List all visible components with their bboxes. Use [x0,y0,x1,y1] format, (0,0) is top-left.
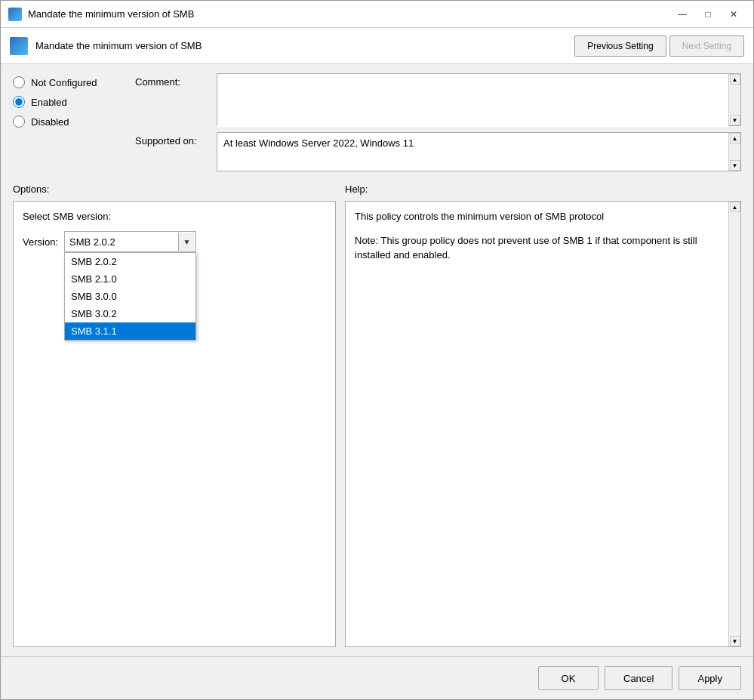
right-section: Comment: ▲ ▼ Supported on: [135,73,741,171]
version-option-smb300[interactable]: SMB 3.0.0 [65,288,195,305]
sub-header-title: Mandate the minimum version of SMB [35,40,574,51]
supported-scrollbar: ▲ ▼ [728,133,740,171]
version-option-smb202[interactable]: SMB 2.0.2 [65,253,195,270]
version-dropdown-container: SMB 2.0.2 ▼ SMB 2.0.2 SMB 2.1.0 SMB 3.0.… [64,231,196,252]
enabled-option[interactable]: Enabled [13,96,126,108]
help-paragraph-2: Note: This group policy does not prevent… [355,233,731,263]
help-scroll-up[interactable]: ▲ [730,202,740,212]
version-dropdown[interactable]: SMB 2.0.2 ▼ [64,231,196,252]
disabled-option[interactable]: Disabled [13,116,126,128]
comment-row: Comment: ▲ ▼ [135,73,741,126]
version-selected-value: SMB 2.0.2 [65,236,195,248]
supported-scroll-up[interactable]: ▲ [730,133,740,143]
close-icon: ✕ [730,9,737,20]
help-paragraph-1: This policy controls the minimum version… [355,209,731,224]
options-section-header: Options: [13,183,345,195]
nav-buttons: Previous Setting Next Setting [574,35,744,57]
supported-scroll-down[interactable]: ▼ [730,160,740,171]
cancel-button[interactable]: Cancel [605,666,672,690]
help-scroll-down[interactable]: ▼ [730,636,740,646]
supported-label: Supported on: [135,132,211,146]
bottom-bar: OK Cancel Apply [1,656,753,699]
version-dropdown-list: SMB 2.0.2 SMB 2.1.0 SMB 3.0.0 SMB 3.0.2 … [64,252,196,341]
title-bar: Mandate the minimum version of SMB — □ ✕ [1,1,753,28]
enabled-label: Enabled [31,97,67,108]
options-panel-title: Select SMB version: [23,211,326,222]
version-option-smb311[interactable]: SMB 3.1.1 [65,322,195,340]
help-section-header: Help: [345,183,741,195]
main-window: Mandate the minimum version of SMB — □ ✕… [0,0,754,700]
minimize-button[interactable]: — [670,5,694,23]
close-button[interactable]: ✕ [722,5,746,23]
sub-header-icon [10,37,28,55]
window-icon [8,8,22,21]
maximize-button[interactable]: □ [696,5,720,23]
comment-field-wrapper: ▲ ▼ [217,73,741,126]
options-panel: Select SMB version: Version: SMB 2.0.2 ▼… [13,201,336,647]
comment-container: ▲ ▼ [217,73,741,126]
section-headers: Options: Help: [13,183,741,195]
radio-group: Not Configured Enabled Disabled [13,73,126,171]
not-configured-radio[interactable] [13,76,25,88]
main-body: Not Configured Enabled Disabled Comment: [1,64,753,656]
previous-setting-button[interactable]: Previous Setting [574,35,666,57]
comment-scrollbar: ▲ ▼ [728,74,740,125]
disabled-label: Disabled [31,116,69,128]
window-controls: — □ ✕ [670,5,746,23]
sub-header: Mandate the minimum version of SMB Previ… [1,28,753,64]
panels-row: Select SMB version: Version: SMB 2.0.2 ▼… [13,201,741,647]
version-label: Version: [23,236,58,248]
comment-textarea[interactable] [217,74,728,127]
minimize-icon: — [678,9,687,20]
supported-field-wrapper: At least Windows Server 2022, Windows 11… [217,132,741,171]
supported-value: At least Windows Server 2022, Windows 11 [217,133,728,171]
enabled-radio[interactable] [13,96,25,108]
version-row: Version: SMB 2.0.2 ▼ SMB 2.0.2 SMB 2.1.0… [23,231,326,252]
window-title: Mandate the minimum version of SMB [28,8,670,20]
not-configured-option[interactable]: Not Configured [13,76,126,88]
comment-scroll-down[interactable]: ▼ [730,115,740,125]
disabled-radio[interactable] [13,116,25,128]
comment-scroll-up[interactable]: ▲ [730,74,740,85]
version-option-smb302[interactable]: SMB 3.0.2 [65,305,195,322]
top-section: Not Configured Enabled Disabled Comment: [13,73,741,171]
help-scrollbar: ▲ ▼ [728,202,740,646]
apply-button[interactable]: Apply [679,666,741,690]
help-panel: This policy controls the minimum version… [345,201,741,647]
next-setting-button[interactable]: Next Setting [669,35,744,57]
not-configured-label: Not Configured [31,77,97,88]
version-option-smb210[interactable]: SMB 2.1.0 [65,270,195,288]
supported-row: Supported on: At least Windows Server 20… [135,132,741,171]
comment-label: Comment: [135,73,211,88]
maximize-icon: □ [705,9,710,20]
ok-button[interactable]: OK [538,666,599,690]
